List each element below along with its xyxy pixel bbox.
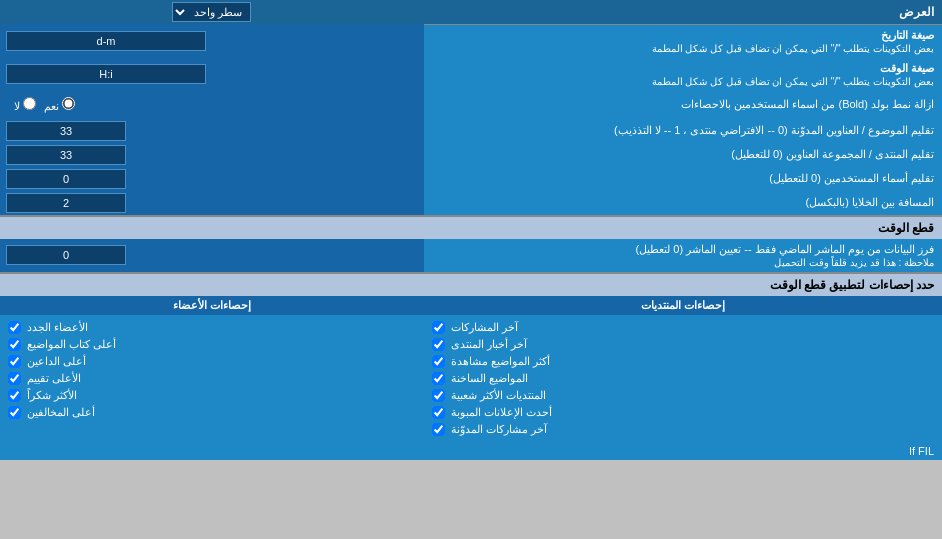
user-limit-input[interactable]: [6, 169, 126, 189]
list-item: آخر المشاركات: [432, 319, 934, 336]
bold-yes-radio[interactable]: [62, 97, 75, 110]
list-item: أعلى الداعين: [8, 353, 416, 370]
stats-checkbox[interactable]: [8, 406, 21, 419]
list-item: أحدث الإعلانات المبوبة: [432, 404, 934, 421]
stats-checkbox[interactable]: [432, 406, 445, 419]
date-format-input-cell: [0, 24, 424, 58]
list-item: آخر مشاركات المدوّنة: [432, 421, 934, 438]
stats-checkbox[interactable]: [432, 338, 445, 351]
list-item: أعلى المخالفين: [8, 404, 416, 421]
bold-label: ازالة نمط بولد (Bold) من اسماء المستخدمي…: [424, 91, 942, 119]
stats-checkbox[interactable]: [432, 355, 445, 368]
bold-no-label: لا: [14, 97, 36, 113]
cell-spacing-input[interactable]: [6, 193, 126, 213]
list-item: آخر أخبار المنتدى: [432, 336, 934, 353]
date-format-input[interactable]: [6, 31, 206, 51]
title-limit-label: تقليم الموضوع / العناوين المدوّنة (0 -- …: [424, 119, 942, 143]
stats-checkbox[interactable]: [432, 389, 445, 402]
if-fil-row: If FIL: [0, 442, 942, 460]
stats-section-header: حدد إحصاءات لتطبيق قطع الوقت: [0, 273, 942, 296]
list-item: الأعضاء الجدد: [8, 319, 416, 336]
cutoff-input[interactable]: [6, 245, 126, 265]
title-limit-input[interactable]: [6, 121, 126, 141]
bold-yes-label: نعم: [44, 97, 75, 113]
stats-checkbox[interactable]: [8, 372, 21, 385]
title-text: العرض: [899, 5, 934, 19]
stats-checkbox[interactable]: [8, 338, 21, 351]
forum-limit-input-cell: [0, 143, 424, 167]
bold-radio-cell: نعم لا: [0, 91, 424, 119]
stats-col2-cell: الأعضاء الجددأعلى كتاب المواضيعأعلى الدا…: [0, 315, 424, 442]
list-item: المواضيع الساخنة: [432, 370, 934, 387]
stats-checkbox[interactable]: [8, 355, 21, 368]
list-item: المنتديات الأكثر شعبية: [432, 387, 934, 404]
stats-checkbox[interactable]: [8, 321, 21, 334]
stats-checkbox[interactable]: [432, 423, 445, 436]
dropdown-cell[interactable]: سطر واحد: [0, 0, 424, 24]
cutoff-section-header: قطع الوقت: [0, 216, 942, 239]
cell-spacing-input-cell: [0, 191, 424, 216]
col2-header: إحصاءات الأعضاء: [0, 296, 424, 315]
time-format-input[interactable]: [6, 64, 206, 84]
page-title: العرض: [424, 0, 942, 24]
user-limit-input-cell: [0, 167, 424, 191]
cutoff-input-cell: [0, 239, 424, 273]
date-format-label: صيغة التاريخ بعض التكوينات يتطلب "/" الت…: [424, 24, 942, 58]
list-item: أكثر المواضيع مشاهدة: [432, 353, 934, 370]
list-item: الأكثر شكراً: [8, 387, 416, 404]
stats-checkbox[interactable]: [432, 372, 445, 385]
bold-no-radio[interactable]: [23, 97, 36, 110]
forum-limit-label: تقليم المنتدى / المجموعة العناوين (0 للت…: [424, 143, 942, 167]
forum-limit-input[interactable]: [6, 145, 126, 165]
list-item: أعلى كتاب المواضيع: [8, 336, 416, 353]
cell-spacing-label: المسافة بين الخلايا (بالبكسل): [424, 191, 942, 216]
user-limit-label: تقليم أسماء المستخدمين (0 للتعطيل): [424, 167, 942, 191]
time-format-input-cell: [0, 58, 424, 91]
cutoff-label: فرز البيانات من يوم الماشر الماضي فقط --…: [424, 239, 942, 273]
stats-checkbox[interactable]: [432, 321, 445, 334]
time-format-label: صيغة الوقت بعض التكوينات يتطلب "/" التي …: [424, 58, 942, 91]
stats-checkbox[interactable]: [8, 389, 21, 402]
stats-col1-cell: آخر المشاركاتآخر أخبار المنتدىأكثر الموا…: [424, 315, 942, 442]
list-item: الأعلى تقييم: [8, 370, 416, 387]
view-select[interactable]: سطر واحد: [172, 2, 251, 22]
col1-header: إحصاءات المنتديات: [424, 296, 942, 315]
title-limit-input-cell: [0, 119, 424, 143]
